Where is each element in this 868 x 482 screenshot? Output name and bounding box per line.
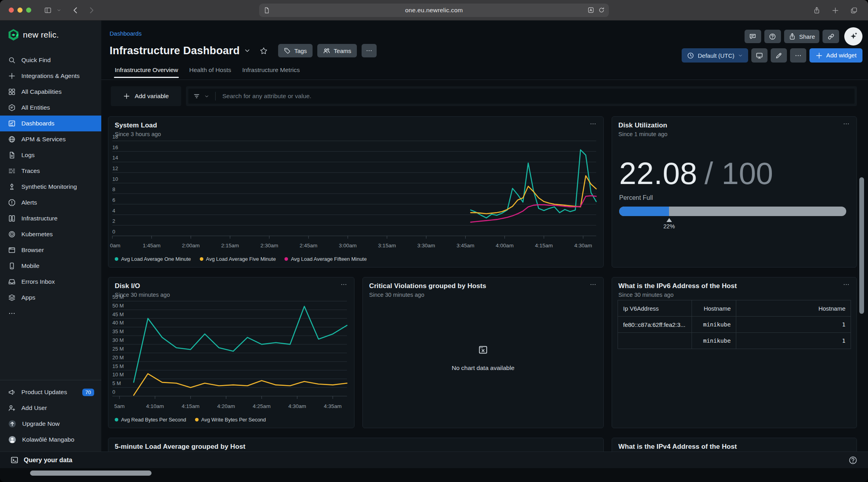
tab-infrastructure-metrics[interactable]: Infrastructure Metrics: [241, 65, 301, 79]
sidebar-item-infrastructure[interactable]: Infrastructure: [0, 211, 101, 226]
sidebar-item-traces[interactable]: Traces: [0, 163, 101, 179]
legend-dot: [284, 257, 288, 261]
breadcrumb[interactable]: Dashboards: [110, 30, 142, 37]
reload-icon[interactable]: [598, 7, 605, 13]
teams-button[interactable]: Teams: [317, 44, 357, 57]
widget-menu-button[interactable]: [338, 280, 349, 289]
legend-item[interactable]: Avg Load Average Five Minute: [200, 256, 276, 262]
new-tab-icon[interactable]: [832, 7, 839, 14]
filter-icon[interactable]: [193, 93, 200, 100]
back-icon[interactable]: [72, 6, 80, 14]
horizontal-scrollbar[interactable]: [30, 471, 152, 476]
widget-menu-button[interactable]: [841, 280, 852, 289]
sidebar-item-all-capabilities[interactable]: All Capabilities: [0, 84, 101, 100]
tags-button[interactable]: Tags: [278, 44, 313, 57]
help-icon[interactable]: [848, 455, 858, 465]
query-your-data-label: Query your data: [24, 457, 72, 464]
tab-infrastructure-overview[interactable]: Infrastructure Overview: [114, 65, 179, 79]
sidebar-item-add-user[interactable]: Add User: [0, 400, 101, 416]
legend-item[interactable]: Avg Read Bytes Per Second: [115, 417, 186, 423]
legend-item[interactable]: Avg Load Average One Minute: [115, 256, 191, 262]
tab-overview-icon[interactable]: [850, 7, 858, 14]
svg-text:3:45am: 3:45am: [457, 243, 474, 249]
sidebar-item-quick-find[interactable]: Quick Find: [0, 52, 101, 68]
table-row[interactable]: minikube1: [618, 333, 851, 349]
sidebar-item-apps[interactable]: Apps: [0, 290, 101, 306]
sidebar-item-synthetic-monitoring[interactable]: Synthetic Monitoring: [0, 179, 101, 195]
new-relic-logo[interactable]: new relic.: [8, 28, 59, 41]
teams-icon: [323, 47, 330, 55]
sidebar-toggle-icon[interactable]: [44, 6, 52, 14]
sidebar-item-dashboards[interactable]: Dashboards: [0, 116, 101, 131]
time-picker-button[interactable]: Default (UTC): [682, 48, 749, 63]
sidebar-item-more[interactable]: [0, 306, 101, 321]
legend-item[interactable]: Avg Write Bytes Per Second: [195, 417, 266, 423]
megaphone-icon: [8, 388, 16, 396]
add-variable-button[interactable]: Add variable: [111, 86, 181, 106]
widget-subtitle: Since 30 minutes ago: [369, 292, 597, 298]
tab-health-of-hosts[interactable]: Health of Hosts: [188, 65, 232, 79]
widget-menu-button[interactable]: [588, 119, 599, 129]
share-button[interactable]: Share: [784, 30, 819, 43]
toolbar-chevron-down-icon[interactable]: [57, 8, 61, 13]
search-input[interactable]: [222, 92, 850, 100]
zoom-window-button[interactable]: [26, 8, 31, 13]
marker-triangle-icon: [666, 218, 672, 222]
ipv6-table: Ip V6AddressHostnameHostnamefe80::c87a:6…: [618, 300, 851, 349]
comment-icon: [749, 33, 756, 40]
address-bar[interactable]: one.eu.newrelic.com: [259, 4, 609, 17]
sidebar-item-all-entities[interactable]: All Entities: [0, 100, 101, 116]
sidebar-item-upgrade-now[interactable]: Upgrade Now: [0, 416, 101, 432]
sidebar-item-product-updates[interactable]: Product Updates70: [0, 384, 101, 400]
inbox-icon: [8, 278, 16, 286]
tv-mode-button[interactable]: [751, 48, 768, 63]
translate-icon[interactable]: [588, 7, 594, 13]
table-header[interactable]: Ip V6Address: [618, 300, 692, 317]
vertical-scrollbar[interactable]: [859, 177, 864, 314]
svg-text:2:00am: 2:00am: [182, 243, 200, 249]
close-window-button[interactable]: [9, 8, 14, 13]
sidebar-item-errors-inbox[interactable]: Errors Inbox: [0, 274, 101, 290]
sidebar-item-alerts[interactable]: Alerts: [0, 195, 101, 211]
sidebar-item-label: Quick Find: [21, 57, 51, 64]
edit-dashboard-button[interactable]: [771, 48, 787, 63]
table-cell: 1: [736, 333, 851, 349]
monitor-icon: [756, 52, 763, 59]
help-button[interactable]: [764, 30, 781, 43]
add-widget-button[interactable]: Add widget: [809, 48, 862, 63]
sidebar-item-mobile[interactable]: Mobile: [0, 258, 101, 274]
sidebar-item-label: Integrations & Agents: [21, 72, 80, 80]
sidebar-item-kolaw-l-mangabo[interactable]: Kolawôlé Mangabo: [0, 432, 101, 448]
table-header[interactable]: Hostname: [736, 300, 851, 317]
title-chevron-icon[interactable]: [244, 47, 251, 54]
table-header[interactable]: Hostname: [692, 300, 736, 317]
sidebar-item-apm-services[interactable]: APM & Services: [0, 131, 101, 147]
widget-subtitle: Since 3 hours ago: [115, 131, 597, 137]
minimize-window-button[interactable]: [17, 8, 23, 13]
svg-text:3:00am: 3:00am: [339, 243, 356, 249]
sidebar-item-kubernetes[interactable]: Kubernetes: [0, 226, 101, 242]
table-row[interactable]: fe80::c87a:62ff:fea2:3...minikube1: [618, 317, 851, 333]
widget-menu-button[interactable]: [588, 280, 599, 289]
query-your-data-bar[interactable]: Query your data: [0, 452, 868, 468]
copy-link-button[interactable]: [823, 30, 839, 43]
dashboard-more-button[interactable]: [790, 48, 806, 63]
sidebar-item-label: Browser: [21, 247, 44, 254]
sidebar-item-logs[interactable]: Logs: [0, 147, 101, 163]
sidebar-item-label: Kolawôlé Mangabo: [22, 436, 74, 443]
browser-share-icon[interactable]: [813, 7, 821, 14]
title-more-button[interactable]: [362, 44, 377, 57]
sidebar-item-integrations-agents[interactable]: Integrations & Agents: [0, 68, 101, 84]
legend-item[interactable]: Avg Load Average Fifteen Minute: [284, 256, 367, 262]
sidebar-item-browser[interactable]: Browser: [0, 242, 101, 258]
table-cell: minikube: [692, 317, 736, 333]
favorite-star-icon[interactable]: [260, 47, 268, 55]
filter-chevron-icon[interactable]: [204, 94, 209, 99]
ellipsis-icon: [843, 120, 850, 127]
ai-assistant-button[interactable]: [844, 27, 862, 46]
widget-title: Critical Violations grouped by Hosts: [369, 282, 597, 290]
svg-text:4:30am: 4:30am: [288, 403, 306, 409]
sidebar-item-label: Synthetic Monitoring: [21, 183, 77, 190]
feedback-button[interactable]: [745, 30, 761, 43]
widget-menu-button[interactable]: [841, 119, 852, 129]
